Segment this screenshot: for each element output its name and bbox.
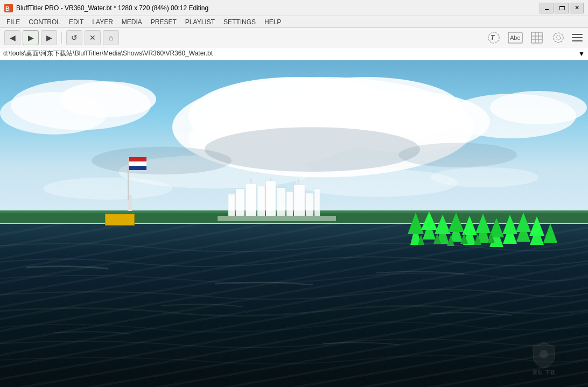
menu-line-3 [572, 40, 583, 41]
svg-text:T: T [491, 34, 495, 41]
play-button[interactable]: ▶ [23, 30, 39, 45]
watermark: 获取 下载 [532, 341, 556, 376]
grid-tool-button[interactable] [528, 30, 546, 46]
svg-rect-33 [128, 157, 129, 200]
title-bar: B BluffTitler PRO - VR360_Water.bt * 128… [0, 0, 588, 16]
city-buildings [218, 178, 336, 221]
svg-marker-62 [475, 214, 491, 233]
svg-rect-35 [129, 161, 146, 166]
svg-point-12 [556, 36, 561, 40]
menu-settings[interactable]: SETTINGS [219, 16, 260, 27]
toolbar: ◀ ▶ ▶ ↺ ✕ ⌂ T Abc [0, 28, 588, 47]
svg-marker-52 [408, 213, 424, 234]
minimize-button[interactable]: 🗕 [540, 3, 554, 13]
svg-marker-54 [421, 212, 437, 230]
home-button[interactable]: ⌂ [103, 30, 119, 45]
svg-rect-39 [246, 184, 256, 216]
prev-button[interactable]: ◀ [4, 30, 20, 45]
svg-point-27 [205, 127, 420, 172]
svg-point-22 [490, 91, 587, 124]
hamburger-menu-button[interactable] [571, 31, 584, 44]
watermark-shield [532, 341, 556, 368]
circle-icon [552, 32, 564, 44]
svg-marker-56 [435, 215, 451, 234]
svg-point-26 [431, 167, 538, 187]
svg-rect-50 [218, 216, 336, 221]
abc-icon: Abc [508, 32, 523, 44]
svg-rect-42 [277, 188, 285, 216]
toolbar-right: T Abc [485, 30, 584, 46]
toolbar-left: ◀ ▶ ▶ ↺ ✕ ⌂ [4, 30, 485, 45]
watermark-text-row: 获取 下载 [533, 369, 555, 376]
menu-playlist[interactable]: PLAYLIST [181, 16, 219, 27]
svg-point-78 [540, 350, 548, 358]
svg-point-29 [398, 143, 517, 167]
toolbar-separator-1 [61, 32, 62, 44]
svg-point-20 [59, 81, 156, 117]
trees-cluster [400, 191, 561, 256]
svg-rect-37 [228, 194, 235, 216]
svg-point-11 [554, 33, 563, 43]
menu-line-1 [572, 34, 583, 35]
svg-marker-71 [543, 223, 557, 243]
svg-text:B: B [5, 5, 10, 12]
svg-rect-40 [257, 186, 265, 216]
next-button[interactable]: ▶ [41, 30, 57, 45]
address-bar: ▼ [0, 47, 588, 60]
svg-rect-45 [306, 193, 313, 216]
watermark-label-1: 获取 [533, 369, 543, 376]
abc-tool-button[interactable]: Abc [506, 30, 524, 46]
svg-marker-66 [502, 215, 517, 234]
svg-rect-43 [286, 192, 293, 216]
address-input[interactable] [3, 50, 578, 58]
close-button[interactable]: ✕ [570, 3, 584, 13]
menu-layer[interactable]: LAYER [88, 16, 117, 27]
title-controls[interactable]: 🗕 🗖 ✕ [540, 3, 584, 13]
menu-media[interactable]: MEDIA [117, 16, 146, 27]
menu-preset[interactable]: PRESET [146, 16, 181, 27]
svg-rect-44 [294, 185, 305, 216]
maximize-button[interactable]: 🗖 [555, 3, 569, 13]
svg-marker-58 [448, 213, 464, 232]
viewport: 获取 下载 [0, 60, 588, 387]
title-left: B BluffTitler PRO - VR360_Water.bt * 128… [4, 4, 208, 12]
menu-edit[interactable]: EDIT [65, 16, 88, 27]
watermark-label-2: 下载 [545, 369, 555, 376]
svg-rect-34 [129, 157, 146, 161]
text-tool-button[interactable]: T [485, 30, 503, 46]
flag-scene [116, 152, 148, 216]
text-icon: T [488, 32, 500, 44]
platform [105, 214, 135, 226]
stop-button[interactable]: ✕ [85, 30, 101, 45]
title-text: BluffTitler PRO - VR360_Water.bt * 1280 … [16, 4, 208, 12]
grid-icon [531, 32, 543, 44]
menu-help[interactable]: HELP [260, 16, 285, 27]
svg-rect-36 [129, 166, 146, 170]
circle-tool-button[interactable] [549, 30, 568, 46]
svg-text:Abc: Abc [510, 34, 520, 41]
svg-rect-6 [531, 32, 542, 43]
menu-file[interactable]: FILE [2, 16, 24, 27]
svg-marker-70 [529, 216, 544, 236]
svg-point-28 [92, 146, 232, 174]
svg-marker-68 [516, 213, 531, 232]
menu-bar: FILE CONTROL EDIT LAYER MEDIA PRESET PLA… [0, 16, 588, 28]
app-icon: B [4, 4, 13, 12]
address-dropdown-button[interactable]: ▼ [578, 50, 585, 58]
menu-line-2 [572, 37, 583, 38]
svg-point-25 [43, 177, 172, 199]
menu-control[interactable]: CONTROL [24, 16, 65, 27]
svg-marker-60 [462, 216, 477, 235]
svg-rect-46 [314, 189, 320, 216]
refresh-button[interactable]: ↺ [66, 30, 82, 45]
svg-rect-38 [236, 189, 244, 216]
svg-rect-41 [266, 181, 276, 216]
